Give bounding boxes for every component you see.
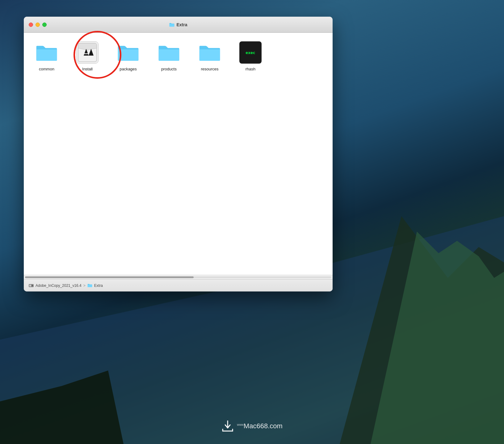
- close-button[interactable]: [29, 23, 33, 27]
- file-item-install[interactable]: Install: [72, 40, 103, 72]
- breadcrumb-folder-icon: [87, 283, 92, 287]
- svg-rect-2: [29, 285, 31, 287]
- watermark-download-icon: [221, 421, 234, 432]
- folder-icon-resources: [197, 40, 222, 65]
- adobe-installer-icon: [76, 41, 99, 64]
- title-folder-icon: [169, 23, 174, 27]
- file-label-products: products: [161, 67, 177, 72]
- exec-icon-wrap: exec: [238, 40, 263, 65]
- breadcrumb-folder: Extra: [94, 283, 103, 288]
- install-icon-wrap: [75, 40, 100, 65]
- file-item-packages[interactable]: packages: [113, 40, 144, 72]
- breadcrumb-disk: Adobe_InCopy_2021_v16.4: [36, 283, 82, 288]
- file-label-resources: resources: [201, 67, 218, 72]
- folder-icon-packages: [116, 40, 141, 65]
- file-label-rhash: rhash: [246, 67, 256, 72]
- exec-file-icon: exec: [239, 41, 262, 64]
- finder-content: common: [24, 33, 333, 275]
- file-item-rhash[interactable]: exec rhash: [235, 40, 266, 72]
- exec-label: exec: [246, 50, 255, 55]
- disk-icon: [29, 283, 34, 288]
- folder-icon-products: [157, 40, 181, 65]
- window-title-area: Extra: [169, 22, 187, 27]
- watermark: wwwMac668.com: [221, 421, 283, 432]
- breadcrumb-separator: >: [83, 283, 86, 288]
- folder-icon-common: [34, 40, 59, 65]
- minimize-button[interactable]: [36, 23, 40, 27]
- file-item-products[interactable]: products: [153, 40, 184, 72]
- file-grid: common: [31, 40, 325, 72]
- title-bar: Extra: [24, 17, 333, 33]
- file-item-resources[interactable]: resources: [194, 40, 225, 72]
- scrollbar-track[interactable]: [25, 276, 331, 278]
- svg-point-3: [32, 285, 33, 286]
- window-title: Extra: [176, 22, 187, 27]
- watermark-domain: .com: [268, 422, 283, 430]
- watermark-text: wwwMac668.com: [237, 422, 283, 430]
- status-bar: Adobe_InCopy_2021_v16.4 > Extra: [24, 279, 333, 291]
- scrollbar-area: [24, 275, 333, 279]
- file-item-common[interactable]: common: [31, 40, 62, 72]
- traffic-lights: [29, 23, 47, 27]
- file-label-packages: packages: [120, 67, 137, 72]
- watermark-www: www: [237, 423, 244, 426]
- finder-window: Extra common: [24, 17, 333, 291]
- file-label-install: Install: [82, 67, 93, 72]
- file-label-common: common: [39, 67, 54, 72]
- scrollbar-thumb[interactable]: [25, 276, 194, 278]
- maximize-button[interactable]: [42, 23, 47, 27]
